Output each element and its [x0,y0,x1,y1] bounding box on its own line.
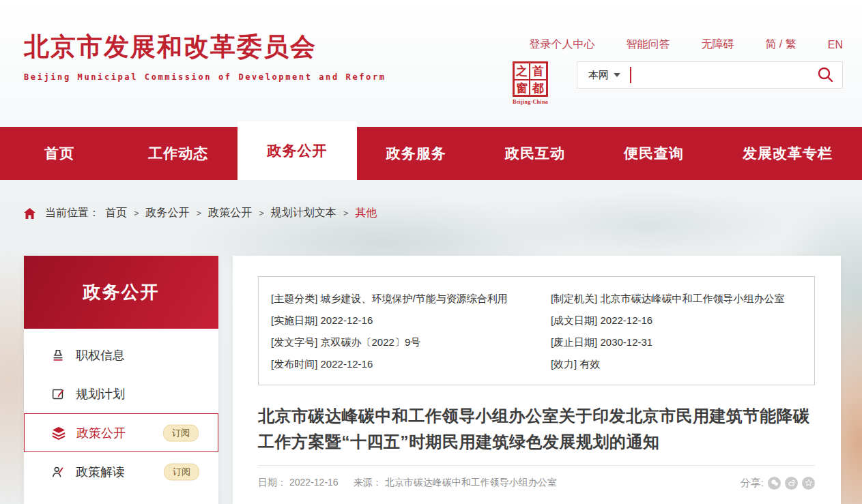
share-label: 分享: [741,477,764,490]
breadcrumb-prefix: 当前位置： [45,206,100,220]
person-interpretation-icon [50,464,66,480]
breadcrumb-home[interactable]: 首页 [105,206,127,220]
meta-repeal-date: [废止日期] 2030-12-31 [551,331,814,353]
meta-label: [制定机关] [551,293,597,304]
meta-value: 京双碳办〔2022〕9号 [321,336,421,348]
edit-document-icon [50,386,66,402]
meta-value: 2022-12-16 [600,314,652,326]
accessibility-link[interactable]: 无障碍 [701,38,734,52]
share-bar: 分享: [741,477,815,490]
nav-item-convenience-inquiry[interactable]: 便民查询 [594,127,713,180]
capital-window-seal: 之 首 窗 都 [513,61,548,97]
page: 北京市发展和改革委员会 Beijing Municipal Commission… [0,0,862,504]
breadcrumb-policy-disclosure[interactable]: 政策公开 [208,206,252,220]
date-label: 日期： [258,477,287,489]
source-value: 北京市碳达峰碳中和工作领导小组办公室 [385,477,557,489]
sidebar-item-planning[interactable]: 规划计划 [24,374,218,413]
meta-validity: [效力] 有效 [551,353,814,375]
chevron-down-icon [614,73,620,77]
meta-label: [废止日期] [551,336,597,348]
seal-char: 之 [515,63,530,80]
sidebar-item-label: 政策解读 [76,464,125,480]
breadcrumb-separator: > [257,208,265,218]
simplified-traditional-toggle[interactable]: 简 / 繁 [765,38,796,52]
qzone-share-icon[interactable] [802,477,815,490]
english-link[interactable]: EN [828,39,843,51]
nav-item-work-updates[interactable]: 工作动态 [119,127,238,180]
sidebar-item-policy-interpretation[interactable]: 政策解读 订阅 [24,452,218,491]
sidebar-item-label: 职权信息 [76,347,125,364]
meta-value: 有效 [579,358,600,370]
site-header: 北京市发展和改革委员会 Beijing Municipal Commission… [0,0,862,127]
meta-issuing-authority: [制定机关] 北京市碳达峰碳中和工作领导小组办公室 [551,288,814,310]
capital-window-logo[interactable]: 之 首 窗 都 Beijing-China [513,61,548,105]
meta-subject-category: [主题分类] 城乡建设、环境保护/节能与资源综合利用 [271,288,551,310]
meta-value: 2030-12-31 [600,336,652,348]
main-nav: 首页 工作动态 政务公开 政务服务 政民互动 便民查询 发展改革专栏 [0,127,862,180]
site-title: 北京市发展和改革委员会 [24,30,386,64]
nav-item-public-interaction[interactable]: 政民互动 [476,127,594,180]
subscribe-button[interactable]: 订阅 [164,463,199,480]
meta-label: [实施日期] [271,314,317,326]
subscribe-button[interactable]: 订阅 [163,424,199,441]
smart-qa-link[interactable]: 智能问答 [626,38,670,52]
home-icon[interactable] [24,208,35,219]
nav-item-government-disclosure[interactable]: 政务公开 [238,121,356,180]
article-title: 北京市碳达峰碳中和工作领导小组办公室关于印发北京市民用建筑节能降碳工作方案暨“十… [258,403,815,455]
document-meta-grid: [主题分类] 城乡建设、环境保护/节能与资源综合利用 [制定机关] 北京市碳达峰… [271,288,814,375]
breadcrumb: 当前位置： 首页 > 政务公开 > 政策公开 > 规划计划文本 > 其他 [24,206,862,220]
capital-window-caption: Beijing-China [513,99,548,105]
meta-label: [发文字号] [271,336,317,348]
source-label: 来源： [354,477,382,489]
sidebar: 政务公开 职权信息 [24,256,218,504]
breadcrumb-band: 当前位置： 首页 > 政务公开 > 政策公开 > 规划计划文本 > 其他 [0,180,862,256]
search-input[interactable] [631,65,816,85]
meta-value: 北京市碳达峰碳中和工作领导小组办公室 [600,293,784,304]
search-scope-dropdown[interactable]: 本网 [588,69,620,82]
breadcrumb-separator: > [132,208,141,218]
nav-item-home[interactable]: 首页 [0,127,119,180]
sidebar-item-authority-info[interactable]: 职权信息 [24,336,218,374]
weibo-share-icon[interactable] [785,477,798,490]
site-logo[interactable]: 北京市发展和改革委员会 Beijing Municipal Commission… [24,30,386,82]
sidebar-item-government-info-disclosure[interactable]: 政府信息公开 [24,491,218,504]
breadcrumb-planning-texts[interactable]: 规划计划文本 [271,206,336,220]
seal-char: 首 [530,63,546,80]
breadcrumb-current-other: 其他 [355,206,377,220]
search-button[interactable] [816,65,834,85]
meta-implementation-date: [实施日期] 2022-12-16 [271,310,551,331]
breadcrumb-separator: > [195,208,203,218]
sidebar-item-label: 政策公开 [76,425,126,441]
nav-item-reform-special-column[interactable]: 发展改革专栏 [713,127,862,180]
meta-value: 城乡建设、环境保护/节能与资源综合利用 [321,293,508,304]
seal-char: 窗 [515,80,530,96]
layers-icon [51,425,67,441]
sidebar-title: 政务公开 [24,256,218,329]
sidebar-item-policy-disclosure[interactable]: 政策公开 订阅 [24,413,218,452]
meta-label: [效力] [551,358,577,370]
search-area: 之 首 窗 都 Beijing-China 本网 [513,61,843,105]
document-meta-box: [主题分类] 城乡建设、环境保护/节能与资源综合利用 [制定机关] 北京市碳达峰… [258,276,815,385]
meta-signed-date: [成文日期] 2022-12-16 [551,310,814,331]
meta-value: 2022-12-16 [321,314,373,326]
site-subtitle: Beijing Municipal Commission of Developm… [24,72,386,82]
meta-document-number: [发文字号] 京双碳办〔2022〕9号 [271,331,551,353]
nav-item-government-services[interactable]: 政务服务 [357,127,476,180]
meta-label: [主题分类] [271,293,317,304]
meta-publish-date: [发布时间] 2022-12-16 [271,353,551,375]
content-area: 政务公开 职权信息 [0,256,862,504]
breadcrumb-separator: > [342,208,350,218]
article-info-row: 日期： 2022-12-16 来源： 北京市碳达峰碳中和工作领导小组办公室 分享… [258,466,815,500]
wechat-share-icon[interactable] [768,477,781,490]
breadcrumb-gov-disclosure[interactable]: 政务公开 [146,206,190,220]
sidebar-menu: 职权信息 规划计划 [24,329,218,504]
login-personal-center-link[interactable]: 登录个人中心 [529,38,594,52]
search-icon [816,65,834,85]
meta-label: [成文日期] [551,314,597,326]
sidebar-item-label: 规划计划 [76,386,125,402]
seal-char: 都 [530,80,546,96]
search-scope-label: 本网 [588,69,609,82]
stamp-icon [50,347,66,364]
utility-nav: 登录个人中心 智能问答 无障碍 简 / 繁 EN [529,38,843,52]
date-source-info: 日期： 2022-12-16 来源： 北京市碳达峰碳中和工作领导小组办公室 [258,477,557,489]
